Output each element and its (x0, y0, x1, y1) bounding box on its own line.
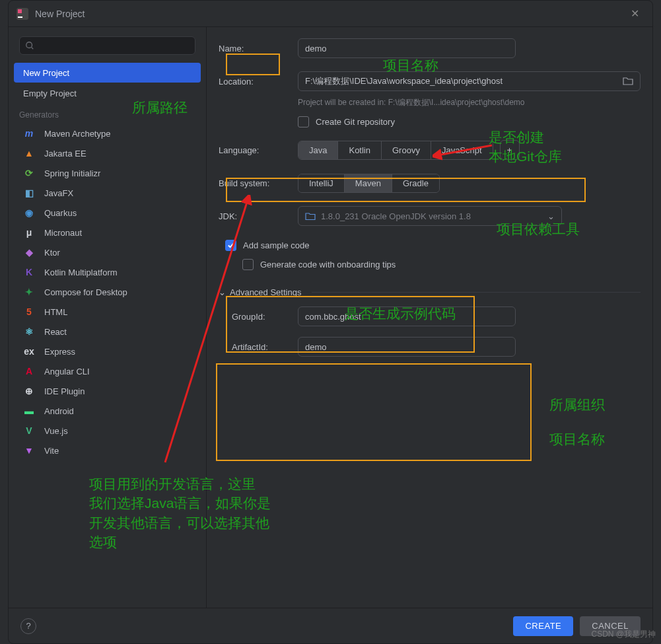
add-language-button[interactable]: ＋ (500, 140, 520, 160)
chevron-down-icon: ⌄ (547, 211, 555, 221)
generator-icon: ▼ (23, 445, 35, 456)
generator-label: Kotlin Multiplatform (44, 268, 118, 277)
folder-icon[interactable] (623, 76, 633, 87)
generator-label: JavaFX (44, 188, 73, 198)
generator-icon: ◆ (23, 246, 35, 258)
language-label: Language: (219, 145, 298, 155)
generator-label: Spring Initializr (44, 168, 100, 178)
jdk-label: JDK: (219, 211, 298, 221)
close-icon[interactable]: ✕ (625, 5, 644, 22)
generator-label: HTML (44, 307, 67, 317)
sidebar-item[interactable]: New Project (14, 63, 201, 83)
divider (312, 292, 641, 293)
generator-icon: ▬ (23, 405, 35, 417)
footer: ? CREATE CANCEL (9, 608, 652, 643)
generator-icon: ⟳ (23, 167, 35, 179)
generator-icon: ▲ (23, 147, 35, 159)
build-option[interactable]: IntelliJ (298, 174, 345, 192)
svg-rect-2 (18, 17, 22, 18)
svg-point-3 (26, 42, 32, 48)
location-value: F:\编程数据\IDE\Java\workspace_idea\project\… (305, 75, 503, 87)
location-input[interactable]: F:\编程数据\IDE\Java\workspace_idea\project\… (298, 71, 641, 91)
created-in-hint: Project will be created in: F:\编程数据\I...… (298, 97, 641, 108)
generator-icon: 5 (23, 306, 35, 318)
advanced-settings-toggle[interactable]: ⌄ Advanced Settings (219, 287, 641, 297)
generator-item[interactable]: mMaven Archetype (14, 124, 201, 143)
advanced-settings-label: Advanced Settings (230, 287, 301, 297)
git-label: Create Git repository (316, 117, 395, 127)
generator-label: React (44, 327, 67, 337)
groupid-input[interactable] (298, 306, 516, 326)
build-option[interactable]: Maven (345, 174, 392, 192)
generator-item[interactable]: VVue.js (14, 421, 201, 441)
language-option[interactable]: Java (298, 141, 338, 159)
svg-rect-1 (18, 9, 22, 13)
app-icon (17, 8, 28, 20)
jdk-dropdown[interactable]: 1.8.0_231 Oracle OpenJDK version 1.8 ⌄ (298, 206, 562, 226)
generators-label: Generators (14, 104, 201, 124)
language-option[interactable]: JavaScript (431, 141, 493, 159)
generator-icon: ◧ (23, 187, 35, 199)
generator-item[interactable]: AAngular CLI (14, 361, 201, 381)
search-input[interactable] (19, 36, 195, 55)
generator-icon: V (23, 425, 35, 437)
generator-label: Vue.js (44, 426, 68, 436)
build-group: IntelliJMavenGradle (298, 174, 440, 193)
generator-label: Jakarta EE (44, 149, 87, 159)
name-input[interactable] (298, 38, 516, 58)
generator-label: Micronaut (44, 228, 82, 238)
generator-item[interactable]: ⟳Spring Initializr (14, 163, 201, 183)
window-title: New Project (35, 9, 85, 19)
generator-item[interactable]: ◧JavaFX (14, 183, 201, 203)
generator-item[interactable]: ▬Android (14, 401, 201, 421)
generator-icon: ✦ (23, 286, 35, 298)
generator-label: Maven Archetype (44, 129, 110, 139)
svg-line-4 (32, 48, 34, 50)
generator-item[interactable]: ⊕IDE Plugin (14, 381, 201, 401)
sample-code-checkbox[interactable] (225, 240, 236, 251)
generator-icon: A (23, 365, 35, 377)
build-option[interactable]: Gradle (392, 174, 439, 192)
generator-item[interactable]: ▼Vite (14, 441, 201, 460)
generator-item[interactable]: KKotlin Multiplatform (14, 262, 201, 282)
generator-item[interactable]: ◉Quarkus (14, 203, 201, 223)
help-button[interactable]: ? (20, 618, 36, 634)
main-form: Name: Location: F:\编程数据\IDE\Java\workspa… (207, 27, 652, 608)
sample-code-label: Add sample code (243, 240, 309, 250)
jdk-value: 1.8.0_231 Oracle OpenJDK version 1.8 (321, 211, 471, 221)
create-button[interactable]: CREATE (513, 616, 573, 636)
build-label: Build system: (219, 178, 298, 188)
generator-icon: ⚛ (23, 326, 35, 338)
generator-label: Express (44, 347, 75, 357)
location-label: Location: (219, 77, 298, 87)
folder-icon (305, 211, 316, 221)
generator-item[interactable]: μMicronaut (14, 223, 201, 242)
git-checkbox[interactable] (298, 116, 309, 127)
titlebar: New Project ✕ (9, 1, 652, 27)
name-label: Name: (219, 44, 298, 54)
language-option[interactable]: Groovy (382, 141, 431, 159)
language-option[interactable]: Kotlin (338, 141, 382, 159)
groupid-label: GroupId: (232, 312, 298, 322)
generator-label: Compose for Desktop (44, 287, 127, 297)
generator-item[interactable]: ▲Jakarta EE (14, 143, 201, 163)
generator-label: Quarkus (44, 208, 77, 218)
generator-icon: K (23, 266, 35, 278)
generator-item[interactable]: exExpress (14, 341, 201, 361)
generator-label: Angular CLI (44, 367, 90, 376)
generator-item[interactable]: ✦Compose for Desktop (14, 282, 201, 302)
generator-icon: ◉ (23, 207, 35, 219)
generator-icon: m (23, 127, 35, 139)
generator-icon: ⊕ (23, 385, 35, 397)
generator-label: Android (44, 406, 74, 416)
generator-item[interactable]: 5HTML (14, 302, 201, 322)
chevron-down-icon: ⌄ (219, 287, 226, 297)
generator-item[interactable]: ⚛React (14, 322, 201, 341)
sidebar-item[interactable]: Empty Project (14, 83, 201, 103)
generator-item[interactable]: ◆Ktor (14, 242, 201, 262)
generator-label: Vite (44, 446, 59, 456)
onboarding-tips-checkbox[interactable] (242, 259, 254, 270)
artifactid-input[interactable] (298, 337, 516, 357)
new-project-dialog: New Project ✕ New ProjectEmpty Project G… (8, 0, 653, 644)
generator-label: IDE Plugin (44, 386, 85, 396)
